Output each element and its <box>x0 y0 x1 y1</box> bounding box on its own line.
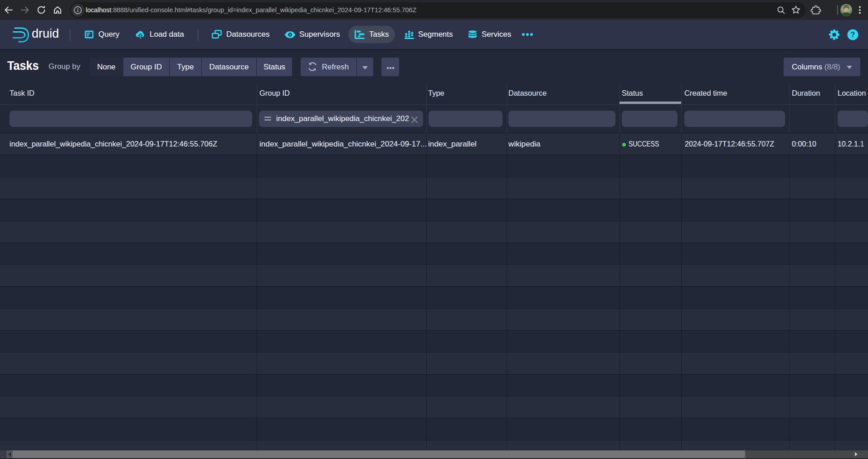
svg-text:?: ? <box>851 31 855 39</box>
